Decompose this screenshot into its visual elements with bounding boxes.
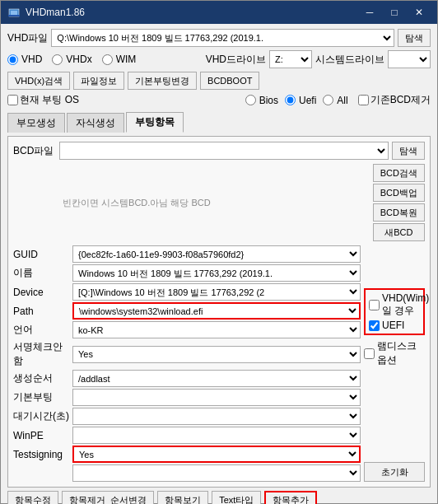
- system-drive-select[interactable]: [388, 50, 431, 68]
- bcd-hint: 빈칸이면 시스템BCD.아님 해당 BCD: [59, 197, 211, 209]
- guid-select[interactable]: {0ec82fc-1a60-11e9-9903-f08a57960fd2}: [72, 245, 361, 263]
- bios-label: Bios: [259, 95, 278, 106]
- action-buttons-row: 항목수정 항목제거_순서변경 항목보기 Text타입 항목추가: [7, 491, 431, 504]
- timeout-label: 대기시간(초): [13, 409, 69, 423]
- data-fields: GUID {0ec82fc-1a60-11e9-9903-f08a57960fd…: [13, 245, 361, 482]
- bcd-file-select[interactable]: [59, 142, 389, 160]
- vhd-radio[interactable]: VHD: [7, 54, 42, 65]
- name-label: 이름: [13, 266, 69, 280]
- path-label: Path: [13, 306, 69, 317]
- bcdboot-button[interactable]: BCDBOOT: [200, 72, 259, 90]
- main-panel: BCD파일 탐색 빈칸이면 시스템BCD.아님 해당 BCD BCD검색 BCD…: [7, 136, 431, 488]
- vhd-file-select[interactable]: Q:\Windows 10 버전 1809 빌드 17763,292 (2019…: [51, 29, 394, 47]
- reset-button[interactable]: 초기화: [364, 462, 425, 482]
- path-select[interactable]: \windows\system32\winload.efi: [72, 302, 361, 320]
- sub-toolbar-row: 현재 부팅 OS Bios Uefi All 기존BCD제거: [7, 93, 431, 107]
- window-title: VHDman1.86: [26, 7, 85, 18]
- vhdx-radio-input[interactable]: [52, 54, 63, 65]
- defaultboot-row: 기본부팅: [13, 389, 361, 406]
- data-area: GUID {0ec82fc-1a60-11e9-9903-f08a57960fd…: [13, 245, 425, 482]
- device-row: Device [Q:]\Windows 10 버전 1809 빌드 17763,…: [13, 283, 361, 301]
- bootorder-select[interactable]: /addlast: [72, 370, 361, 387]
- current-os-check[interactable]: 현재 부팅 OS: [7, 93, 79, 107]
- vhdx-radio[interactable]: VHDx: [52, 54, 91, 65]
- wim-radio[interactable]: WIM: [102, 54, 137, 65]
- change-default-boot-button[interactable]: 기본부팅변경: [128, 72, 197, 90]
- testsigning-select[interactable]: Yes: [72, 446, 361, 463]
- minimize-button[interactable]: ─: [358, 4, 381, 21]
- vhd-drive-select[interactable]: Z:: [269, 50, 312, 68]
- bcd-restore-button[interactable]: BCD복원: [373, 203, 425, 222]
- extra1-row: [13, 464, 361, 482]
- language-row: 언어 ko-KR: [13, 321, 361, 338]
- vhd-options-box: VHD(Wim)일 경우 UEFI: [364, 288, 425, 335]
- defaultboot-select[interactable]: [72, 389, 361, 406]
- modify-item-button[interactable]: 항목수정: [7, 491, 58, 504]
- vhd-label: VHD: [21, 54, 42, 65]
- ramdisk-checkbox[interactable]: [364, 348, 375, 359]
- old-bcd-check[interactable]: 기존BCD제거: [358, 93, 431, 107]
- browse-button[interactable]: 탐색: [398, 29, 431, 47]
- defaultboot-label: 기본부팅: [13, 390, 69, 404]
- app-icon: [7, 6, 21, 19]
- main-window: VHDman1.86 ─ □ ✕ VHD파일 Q:\Windows 10 버전 …: [0, 0, 438, 504]
- bcd-side-buttons: BCD검색 BCD백업 BCD복원 새BCD: [373, 164, 425, 241]
- guid-label: GUID: [13, 249, 69, 260]
- name-select[interactable]: Windows 10 버전 1809 빌드 17763,292 (2019.1.: [72, 264, 361, 282]
- vhd-file-row: VHD파일 Q:\Windows 10 버전 1809 빌드 17763,292…: [7, 29, 431, 47]
- old-bcd-checkbox[interactable]: [358, 95, 369, 105]
- uefi-check-label: UEFI: [382, 320, 404, 331]
- current-os-checkbox[interactable]: [7, 95, 18, 105]
- bcd-browse-button[interactable]: 탐색: [392, 142, 425, 160]
- vhd-wim-checkbox[interactable]: [369, 300, 380, 310]
- svg-rect-2: [8, 15, 20, 16]
- content-area: VHD파일 Q:\Windows 10 버전 1809 빌드 17763,292…: [1, 24, 437, 504]
- uefi-row: UEFI: [369, 320, 420, 331]
- bcd-search-button[interactable]: BCD검색: [373, 164, 425, 182]
- device-select[interactable]: [Q:]\Windows 10 버전 1809 빌드 17763,292 (2: [72, 283, 361, 301]
- add-item-button[interactable]: 항목추가: [264, 491, 317, 504]
- language-label: 언어: [13, 323, 69, 337]
- title-bar: VHDman1.86 ─ □ ✕: [1, 1, 437, 24]
- testsigning-label: Testsigning: [13, 449, 69, 460]
- vhd-radio-input[interactable]: [7, 54, 18, 65]
- all-radio[interactable]: All: [323, 95, 347, 106]
- view-item-button[interactable]: 항목보기: [157, 491, 208, 504]
- bios-radio[interactable]: Bios: [245, 95, 278, 106]
- toolbar-row: VHD(x)검색 파일정보 기본부팅변경 BCDBOOT: [7, 72, 431, 90]
- name-row: 이름 Windows 10 버전 1809 빌드 17763,292 (2019…: [13, 264, 361, 282]
- bootorder-row: 생성순서 /addlast: [13, 370, 361, 387]
- remove-item-button[interactable]: 항목제거_순서변경: [62, 491, 154, 504]
- maximize-button[interactable]: □: [383, 4, 406, 21]
- tab-boot[interactable]: 부팅항목: [126, 112, 184, 133]
- bootorder-label: 생성순서: [13, 371, 69, 385]
- current-os-label: 현재 부팅 OS: [20, 93, 79, 107]
- svg-rect-1: [11, 11, 17, 15]
- extra1-select[interactable]: [72, 464, 361, 482]
- wim-radio-input[interactable]: [102, 54, 113, 65]
- ramdisk-row: 램디스크옵션: [364, 339, 425, 367]
- winpe-select[interactable]: [72, 427, 361, 444]
- language-select[interactable]: ko-KR: [72, 321, 361, 338]
- signcheck-label: 서명체크안함: [13, 340, 69, 368]
- tab-parent[interactable]: 부모생성: [7, 113, 65, 133]
- uefi-radio[interactable]: Uefi: [285, 95, 316, 106]
- tab-bar: 부모생성 자식생성 부팅항목: [7, 112, 431, 133]
- bcd-backup-button[interactable]: BCD백업: [373, 184, 425, 202]
- ramdisk-label: 램디스크옵션: [377, 339, 425, 367]
- text-type-button[interactable]: Text타입: [212, 491, 261, 504]
- winpe-row: WinPE: [13, 427, 361, 444]
- file-info-button[interactable]: 파일정보: [73, 72, 124, 90]
- timeout-select[interactable]: [72, 408, 361, 425]
- all-label: All: [337, 95, 347, 106]
- signcheck-select[interactable]: Yes: [72, 346, 361, 363]
- bcd-hint-row: 빈칸이면 시스템BCD.아님 해당 BCD BCD검색 BCD백업 BCD복원 …: [13, 164, 425, 241]
- title-bar-left: VHDman1.86: [7, 6, 85, 19]
- close-button[interactable]: ✕: [408, 4, 431, 21]
- new-bcd-button[interactable]: 새BCD: [373, 223, 425, 241]
- vhd-search-button[interactable]: VHD(x)검색: [7, 72, 70, 90]
- uefi-checkbox[interactable]: [369, 320, 380, 331]
- vhd-type-row: VHD VHDx WIM VHD드라이브 Z: 시스템드라이브: [7, 50, 431, 68]
- vhd-wim-row: VHD(Wim)일 경우: [369, 292, 420, 318]
- tab-child[interactable]: 자식생성: [67, 113, 124, 133]
